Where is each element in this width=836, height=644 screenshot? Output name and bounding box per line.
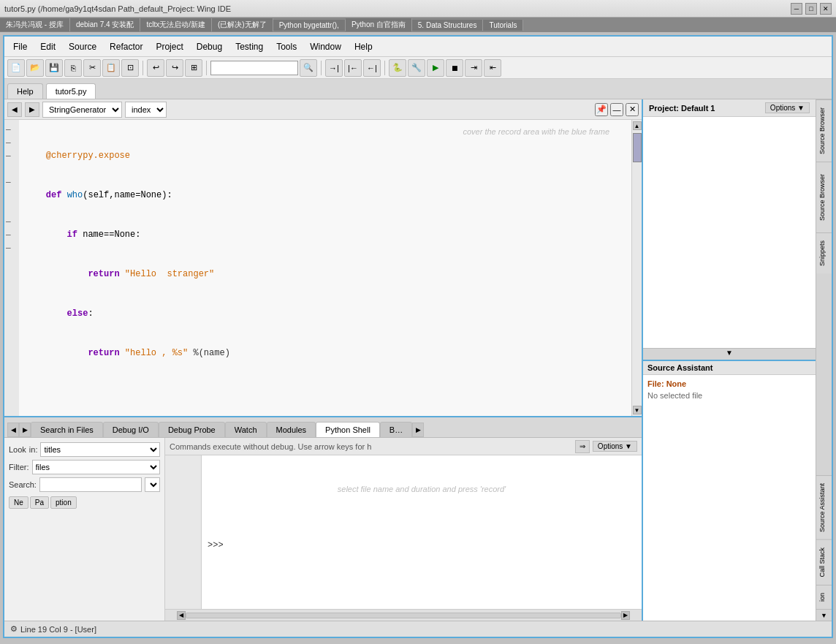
browser-tab-5[interactable]: Python 自官指南 [346,18,412,31]
close-button[interactable]: ✕ [820,3,832,15]
menu-refactor[interactable]: Refactor [104,39,148,54]
menu-tools[interactable]: Tools [270,39,303,54]
menu-bar: File Edit Source Refactor Project Debug … [4,37,832,57]
shell-main[interactable]: select file name and duration and press … [202,455,642,609]
browser-tab-0[interactable]: 朱冯共冯观 - 授库 [0,18,70,31]
source-assistant-header: Source Assistant [643,361,816,375]
tab-python-shell[interactable]: Python Shell [316,422,380,437]
tab-help[interactable]: Help [7,83,43,99]
shell-toolbar-btn[interactable]: ⇒ [575,440,590,453]
bottom-tab-left-arrow[interactable]: ◀ [7,423,19,437]
restore-button[interactable]: □ [805,3,817,15]
toolbar-indent-left[interactable]: |← [344,59,362,77]
editor-scrollbar[interactable]: ▲ ▼ [631,120,642,416]
close-editor-icon[interactable]: ✕ [626,103,639,116]
vtab-source-browser[interactable]: Source Browser [816,162,832,232]
search-input[interactable] [210,61,298,75]
menu-project[interactable]: Project [150,39,189,54]
toolbar-copy2[interactable]: ⊡ [121,59,139,77]
bottom-tab-right-arrow[interactable]: ▶ [19,423,31,437]
project-label: Project: Default 1 [649,104,715,113]
editor-toolbar: ◀ ▶ StringGenerator index 📌 — ✕ [4,99,642,120]
browser-tab-4[interactable]: Python bygetattr(), [273,20,346,31]
tab-debug-probe[interactable]: Debug Probe [159,422,225,437]
vtab-snippets[interactable]: Snippets [816,232,832,273]
shell-options-btn[interactable]: Options ▼ [593,441,637,452]
source-assistant-panel: Source Assistant File: None No selected … [643,360,816,621]
toolbar-search-btn[interactable]: 🔍 [300,59,317,77]
new-btn[interactable]: Ne [9,496,28,509]
search-files-input[interactable] [39,477,142,492]
tab-b[interactable]: B… [380,422,412,437]
toolbar-run[interactable]: ▶ [427,59,444,77]
minimize-button[interactable]: ─ [791,3,802,15]
toolbar-unindent[interactable]: ←| [363,59,381,77]
toolbar-stop[interactable]: ⏹ [446,59,463,77]
path-btn[interactable]: Pa [30,496,49,509]
look-select[interactable]: titles files [40,442,160,457]
menu-file[interactable]: File [7,39,33,54]
in-label: in: [29,445,38,454]
class-dropdown[interactable]: StringGenerator [42,102,122,118]
tab-modules[interactable]: Modules [267,422,316,437]
browser-tab-3[interactable]: (已解决)无解了 [212,18,273,31]
toolbar-redo[interactable]: ↪ [166,59,183,77]
project-options-btn[interactable]: Options ▼ [765,102,810,113]
toolbar-undo[interactable]: ↩ [147,59,164,77]
right-vtabs: Source Browser Source Browser Snippets S… [816,99,832,621]
right-panel: Project: Default 1 Options ▼ ▼ Source As… [642,99,832,621]
toolbar-debug[interactable]: 🔧 [408,59,425,77]
vtab-collapse[interactable]: ▼ [816,609,832,621]
filter-label: Filter: [9,463,29,471]
vtab-call-stack[interactable]: Call Stack [816,539,832,585]
shell-left-panel [165,455,202,609]
option-btn[interactable]: ption [50,496,77,509]
collapse-arrow[interactable]: ▼ [643,348,816,360]
nav-forward-btn[interactable]: ▶ [25,102,39,117]
tab-search-files[interactable]: Search in Files [31,422,103,437]
search-dropdown[interactable] [145,477,160,492]
menu-help[interactable]: Help [349,39,379,54]
tab-watch[interactable]: Watch [225,422,267,437]
toolbar-save[interactable]: 💾 [45,59,63,77]
vtab-project[interactable]: Source Browser [816,99,832,162]
file-label: File: None [647,379,811,388]
toolbar-indent[interactable]: ⊞ [185,59,202,77]
tab-debug-io[interactable]: Debug I/O [103,422,159,437]
minimize-editor-icon[interactable]: — [610,103,623,116]
nav-back-btn[interactable]: ◀ [7,102,22,117]
menu-window[interactable]: Window [304,39,347,54]
menu-debug[interactable]: Debug [191,39,228,54]
menu-testing[interactable]: Testing [229,39,269,54]
toolbar-new[interactable]: 📄 [7,59,25,77]
search-panel: Look in: titles files Filter: files a [4,438,165,621]
toolbar-cut[interactable]: ✂ [83,59,101,77]
toolbar-copy[interactable]: ⎘ [64,59,82,77]
toolbar-sep-3 [321,61,322,75]
filter-select[interactable]: files all [32,460,161,474]
fold-markers: – – – – – – – [4,120,19,416]
project-panel: Project: Default 1 Options ▼ ▼ [643,99,816,360]
code-content[interactable]: @cherrypy.expose def who(self,name=None)… [19,120,631,416]
toolbar-indent-right[interactable]: →| [325,59,343,77]
pin-icon[interactable]: 📌 [595,103,608,116]
search-label: Search: [9,480,37,489]
vtab-source-assistant[interactable]: Source Assistant [816,475,832,539]
vtab-locations[interactable]: ion [816,585,832,609]
menu-source[interactable]: Source [63,39,102,54]
browser-tab-2[interactable]: tcltx无法启动/新建 [140,18,212,31]
method-dropdown[interactable]: index [125,102,167,118]
menu-edit[interactable]: Edit [34,39,61,54]
toolbar-open[interactable]: 📂 [26,59,44,77]
toolbar-python[interactable]: 🐍 [389,59,406,77]
toolbar-step[interactable]: ⇥ [465,59,482,77]
shell-scrollbar[interactable]: ◀ ▶ [165,609,642,621]
toolbar-end[interactable]: ⇤ [484,59,501,77]
tab-tutor5[interactable]: tutor5.py [46,83,96,99]
toolbar-paste[interactable]: 📋 [102,59,120,77]
window-title: tutor5.py (/home/ga9y1qt4sdan Path_defau… [4,4,231,13]
browser-tab-6[interactable]: 5. Data Structures [412,20,484,31]
bottom-tab-more[interactable]: ▶ [412,423,424,437]
browser-tab-1[interactable]: debian 7.4 安装配 [70,18,141,31]
browser-tab-7[interactable]: Tutorials [483,20,523,31]
